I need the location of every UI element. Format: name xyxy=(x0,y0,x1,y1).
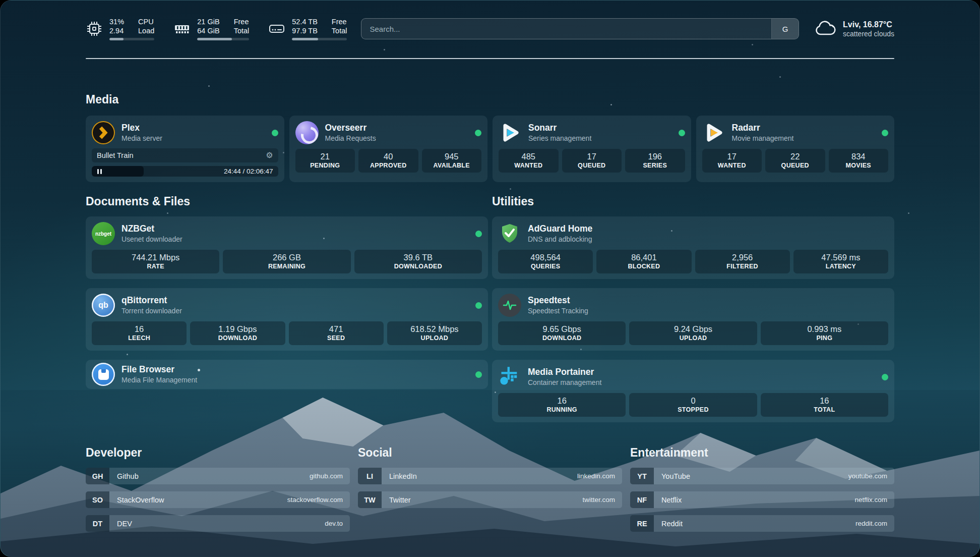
bookmark-netflix[interactable]: NF Netflix netflix.com xyxy=(630,491,894,508)
stat-label: QUEUED xyxy=(578,162,605,170)
stat-value: 834 xyxy=(851,152,866,161)
stat-label: LEECH xyxy=(128,335,150,342)
bookmark-name: Netflix xyxy=(661,496,682,504)
app-description: Media Requests xyxy=(325,134,376,143)
stat-label: PENDING xyxy=(310,162,340,170)
bookmark-linkedin[interactable]: LI LinkedIn linkedin.com xyxy=(358,468,622,484)
stat-tile: 744.21 Mbps RATE xyxy=(92,250,219,273)
stat-label: DOWNLOAD xyxy=(542,335,581,342)
app-name: Speedtest xyxy=(528,295,588,306)
plex-card[interactable]: Plex Media server Bullet Train ⚙ 24:44 /… xyxy=(86,116,284,182)
bookmark-abbr: RE xyxy=(630,515,654,532)
qbittorrent-icon: qb xyxy=(92,294,115,317)
stat-label: BLOCKED xyxy=(628,263,660,270)
qbittorrent-icon-text: qb xyxy=(98,301,108,310)
stat-tile: 40 APPROVED xyxy=(358,149,418,173)
stat-value: 744.21 Mbps xyxy=(132,253,179,262)
stat-value: 945 xyxy=(445,152,459,161)
memory-stat: 21 GiB 64 GiB Free Total xyxy=(173,17,249,40)
stat-label: SERIES xyxy=(643,162,667,170)
section-media: Media Plex Media server Bullet xyxy=(86,92,894,182)
bookmark-name: Github xyxy=(117,472,139,480)
bookmark-url: linkedin.com xyxy=(577,472,615,480)
stat-value: 86,401 xyxy=(631,253,656,262)
now-playing-row: Bullet Train ⚙ xyxy=(92,148,278,162)
bookmark-url: dev.to xyxy=(325,520,343,527)
bookmark-youtube[interactable]: YT YouTube youtube.com xyxy=(630,468,894,484)
speedtest-icon xyxy=(498,294,521,317)
stat-tile: 266 GB REMAINING xyxy=(223,250,350,273)
filebrowser-card[interactable]: File Browser Media File Management xyxy=(86,360,488,389)
bookmark-abbr: YT xyxy=(630,468,654,484)
bookmark-url: github.com xyxy=(310,472,343,480)
overseerr-icon xyxy=(295,121,319,144)
stat-label: QUERIES xyxy=(531,263,560,270)
sonarr-card[interactable]: Sonarr Series management 485 WANTED 17 Q… xyxy=(493,116,691,182)
stat-tile: 17 QUEUED xyxy=(562,149,622,173)
app-name: Sonarr xyxy=(528,123,591,133)
stat-value: 0 xyxy=(691,396,695,405)
app-description: Media server xyxy=(121,134,162,143)
gear-icon[interactable]: ⚙ xyxy=(266,151,273,159)
stat-value: 266 GB xyxy=(273,253,301,262)
section-title-utilities: Utilities xyxy=(492,194,894,208)
stat-label: DOWNLOADED xyxy=(394,263,442,270)
bookmarks-social: Social LI LinkedIn linkedin.com TW Twitt… xyxy=(358,445,622,532)
bookmark-dev[interactable]: DT DEV dev.to xyxy=(86,515,350,532)
bookmark-abbr: TW xyxy=(358,491,382,508)
bookmark-github[interactable]: GH Github github.com xyxy=(86,468,350,484)
qbittorrent-card[interactable]: qb qBittorrent Torrent downloader 16 LEE… xyxy=(86,288,488,351)
adguard-card[interactable]: AdGuard Home DNS and adblocking 498,564 … xyxy=(492,216,894,279)
ram-free-value: 21 GiB xyxy=(197,17,219,26)
portainer-card[interactable]: Media Portainer Container management 16 … xyxy=(492,360,894,422)
stat-tile: 834 MOVIES xyxy=(829,149,889,173)
now-playing-title: Bullet Train xyxy=(97,151,134,159)
stat-label: APPROVED xyxy=(370,162,407,170)
speedtest-card[interactable]: Speedtest Speedtest Tracking 9.65 Gbps D… xyxy=(492,288,894,351)
filebrowser-icon xyxy=(92,363,115,386)
bookmark-reddit[interactable]: RE Reddit reddit.com xyxy=(630,515,894,532)
bookmark-abbr: DT xyxy=(86,515,109,532)
stat-tile: 471 SEED xyxy=(289,321,384,345)
nzbget-icon: nzbget xyxy=(92,222,115,245)
bookmark-name: StackOverflow xyxy=(117,496,164,504)
bookmark-stackoverflow[interactable]: SO StackOverflow stackoverflow.com xyxy=(86,491,350,508)
navbar-divider xyxy=(86,58,894,59)
stat-tile: 39.6 TB DOWNLOADED xyxy=(354,250,482,273)
bookmarks-title-social: Social xyxy=(358,445,622,460)
stat-tile: 485 WANTED xyxy=(499,149,559,173)
bookmark-abbr: GH xyxy=(86,468,109,484)
bookmark-abbr: SO xyxy=(86,491,109,508)
nzbget-card[interactable]: nzbget NZBGet Usenet downloader 744.21 M… xyxy=(86,216,488,279)
bookmark-name: DEV xyxy=(117,520,132,528)
system-stats: 31% 2.94 CPU Load xyxy=(86,17,347,40)
bookmark-url: reddit.com xyxy=(855,520,887,527)
stat-label: FILTERED xyxy=(726,263,758,270)
radarr-card[interactable]: Radarr Movie management 17 WANTED 22 QUE… xyxy=(696,116,895,182)
stat-value: 2,956 xyxy=(732,253,753,262)
stat-value: 21 xyxy=(321,152,330,161)
app-name: Overseerr xyxy=(325,123,376,133)
plex-icon xyxy=(92,121,115,144)
section-title-media: Media xyxy=(86,92,894,106)
stat-tile: 17 WANTED xyxy=(702,149,762,173)
stat-label: AVAILABLE xyxy=(434,162,470,170)
cpu-stat: 31% 2.94 CPU Load xyxy=(86,17,154,40)
dashboard-window: 31% 2.94 CPU Load xyxy=(0,0,980,557)
stat-value: 485 xyxy=(521,152,535,161)
stat-label: SEED xyxy=(327,335,345,342)
search-input[interactable] xyxy=(361,19,771,39)
disk-stat: 52.4 TB 97.9 TB Free Total xyxy=(268,17,347,40)
portainer-icon xyxy=(498,365,521,388)
bookmarks-developer: Developer GH Github github.com SO StackO… xyxy=(86,445,350,532)
stat-tile: 2,956 FILTERED xyxy=(695,250,790,273)
overseerr-card[interactable]: Overseerr Media Requests 21 PENDING 40 A… xyxy=(289,116,488,182)
app-description: Torrent downloader xyxy=(121,307,182,316)
search-provider-button[interactable]: G xyxy=(771,19,799,39)
stat-label: LATENCY xyxy=(826,263,856,270)
stat-tile: 47.569 ms LATENCY xyxy=(793,250,888,273)
bookmark-twitter[interactable]: TW Twitter twitter.com xyxy=(358,491,622,508)
pause-icon xyxy=(97,169,102,174)
app-description: Speedtest Tracking xyxy=(528,307,588,316)
stat-tile: 9.65 Gbps DOWNLOAD xyxy=(498,321,626,345)
